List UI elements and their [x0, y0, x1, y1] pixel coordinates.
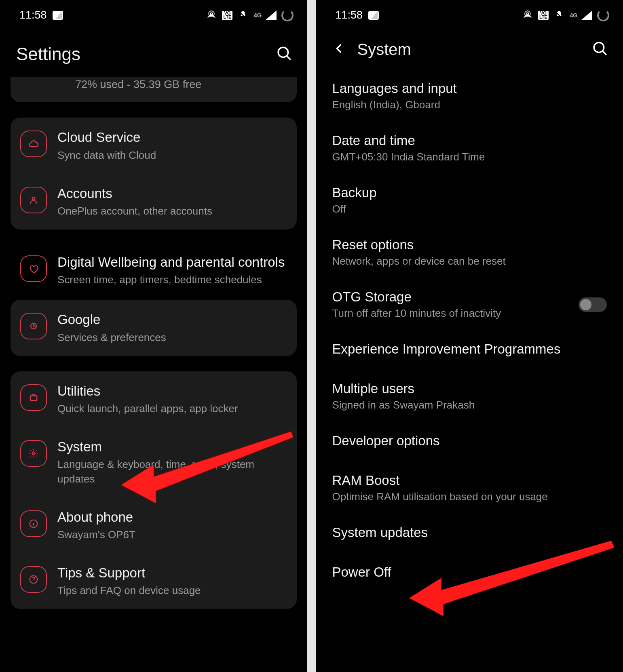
system-item-experience[interactable]: Experience Improvement Programmes [332, 331, 607, 371]
svg-point-2 [278, 47, 288, 57]
system-item-datetime[interactable]: Date and time GMT+05:30 India Standard T… [332, 122, 607, 175]
screenshot-settings: 11:58 VO LTE 4G Settings 72% used - 35. [0, 0, 307, 672]
network-type: 4G [253, 12, 262, 19]
settings-item-storage[interactable]: 72% used - 35.39 GB free [11, 77, 297, 102]
picture-icon [368, 11, 379, 20]
status-bar: 11:58 VO LTE 4G [0, 0, 307, 26]
volte-icon: VO LTE [222, 11, 232, 20]
search-button[interactable] [276, 45, 293, 63]
search-button[interactable] [591, 40, 608, 59]
picture-icon [53, 11, 63, 20]
status-bar: 11:58 VO LTE 4G [316, 0, 623, 26]
accounts-card: Cloud Service Sync data with Cloud Accou… [11, 118, 297, 230]
mute-icon [237, 10, 249, 21]
system-item-multiple-users[interactable]: Multiple users Signed in as Swayam Praka… [332, 371, 607, 423]
toggle-knob [580, 299, 591, 310]
network-type: 4G [570, 12, 578, 19]
settings-item-wellbeing[interactable]: Digital Wellbeing and parental controls … [11, 245, 297, 296]
svg-point-0 [211, 13, 213, 15]
signal-icon [581, 11, 592, 20]
system-item-languages[interactable]: Languages and input English (India), Gbo… [332, 70, 607, 122]
system-item-developer[interactable]: Developer options [332, 423, 607, 462]
help-icon [20, 566, 47, 593]
hotspot-icon [206, 8, 217, 22]
system-item-backup[interactable]: Backup Off [332, 175, 607, 227]
svg-point-3 [32, 197, 35, 200]
mute-icon [553, 10, 565, 21]
storage-sub: 72% used - 35.39 GB free [75, 77, 287, 92]
svg-point-12 [594, 42, 604, 53]
volte-icon: VO LTE [538, 11, 549, 20]
loading-spinner-icon [281, 9, 294, 21]
system-item-power-off[interactable]: Power Off [332, 554, 607, 594]
svg-rect-5 [30, 396, 37, 400]
system-item-reset[interactable]: Reset options Network, apps or device ca… [332, 227, 607, 279]
info-icon [20, 510, 47, 537]
cloud-icon [20, 131, 47, 157]
settings-item-tips[interactable]: Tips & Support Tips and FAQ on device us… [11, 553, 297, 609]
svg-point-6 [32, 452, 35, 455]
settings-list: 72% used - 35.39 GB free Cloud Service S… [0, 77, 307, 636]
signal-icon [265, 11, 277, 20]
system-item-system-updates[interactable]: System updates [332, 514, 607, 554]
clock: 11:58 [336, 9, 363, 21]
briefcase-icon [20, 384, 47, 411]
settings-item-accounts[interactable]: Accounts OnePlus account, other accounts [11, 174, 297, 230]
settings-item-utilities[interactable]: Utilities Quick launch, parallel apps, a… [11, 371, 297, 427]
otg-toggle[interactable] [579, 297, 607, 312]
storage-card-partial: 72% used - 35.39 GB free [11, 77, 297, 102]
system-item-otg[interactable]: OTG Storage Turn off after 10 minutes of… [332, 279, 607, 331]
page-title: Settings [16, 44, 80, 64]
gear-icon [20, 440, 47, 467]
clock: 11:58 [19, 9, 47, 21]
system-item-ram-boost[interactable]: RAM Boost Optimise RAM utilisation based… [332, 462, 607, 514]
heart-icon [20, 255, 47, 282]
settings-item-google[interactable]: Google Services & preferences [11, 300, 297, 356]
google-icon [20, 313, 47, 339]
settings-item-about-phone[interactable]: About phone Swayam's OP6T [11, 497, 297, 553]
loading-spinner-icon [597, 9, 609, 21]
hotspot-icon [522, 8, 533, 22]
screenshot-system: 11:58 VO LTE 4G System [316, 0, 623, 672]
page-title: System [357, 40, 411, 59]
svg-point-10 [527, 13, 529, 15]
settings-header: Settings [0, 26, 307, 77]
user-icon [20, 187, 47, 213]
settings-item-cloud-service[interactable]: Cloud Service Sync data with Cloud [11, 118, 297, 173]
system-list: Languages and input English (India), Gbo… [316, 66, 623, 594]
back-button[interactable] [332, 42, 346, 57]
settings-item-system[interactable]: System Language & keyboard, time, reset,… [11, 427, 297, 497]
google-card: Google Services & preferences [11, 300, 297, 356]
system-header: System [316, 26, 623, 66]
system-card: Utilities Quick launch, parallel apps, a… [11, 371, 297, 609]
